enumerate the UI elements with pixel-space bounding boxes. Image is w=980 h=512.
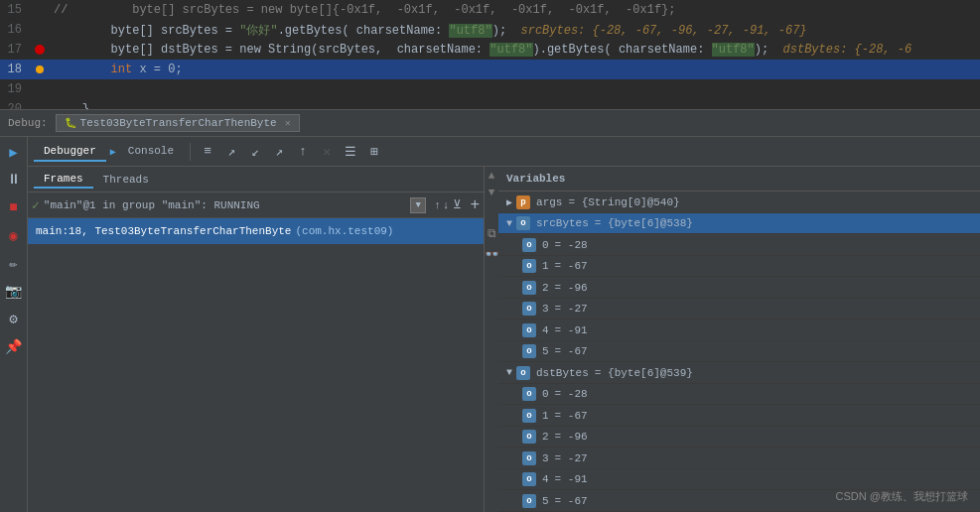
var-row-dst-4: o 4 = -91 bbox=[498, 469, 980, 491]
line-number-18: 18 bbox=[0, 63, 30, 76]
var-row-dstbytes: ▼ o dstBytes = {byte[6]@539} bbox=[498, 362, 980, 384]
sidebar-icon-mute[interactable]: ✏ bbox=[3, 252, 25, 274]
dst-0-name: 0 bbox=[542, 388, 549, 400]
var-row-args: ▶ p args = {String[0]@540} bbox=[498, 192, 980, 213]
dst-2-value: = -96 bbox=[555, 431, 588, 443]
toolbar-separator bbox=[190, 143, 191, 161]
code-content-17: byte[] dstBytes = new String(srcBytes, c… bbox=[50, 43, 980, 57]
thread-row: ✓ "main"@1 in group "main": RUNNING ▼ ↑ … bbox=[28, 192, 484, 218]
dst-1-icon: o bbox=[522, 409, 536, 423]
debugger-toolbar: Debugger ▶ Console ≡ ↗ ↙ ↗ ↑ ✕ ☰ ⊞ bbox=[28, 137, 980, 167]
sidebar-icon-settings[interactable]: ⚙ bbox=[3, 308, 25, 329]
dst-3-value: = -27 bbox=[555, 452, 588, 464]
tab-debugger[interactable]: Debugger bbox=[34, 142, 106, 162]
gutter-17 bbox=[30, 45, 50, 55]
copy-icon[interactable]: ⧉ bbox=[488, 227, 496, 241]
toolbar-btn-run-cursor[interactable]: ↑ bbox=[292, 141, 314, 163]
line-number-16: 16 bbox=[0, 23, 30, 37]
src-1-value: = -67 bbox=[555, 260, 588, 272]
variables-panel: Variables ▶ p args = {String[0]@540} ▼ o… bbox=[498, 167, 980, 512]
var-row-dst-0: o 0 = -28 bbox=[498, 384, 980, 406]
dst-1-value: = -67 bbox=[555, 410, 588, 422]
console-icon: ▶ bbox=[110, 146, 116, 158]
var-row-src-0: o 0 = -28 bbox=[498, 234, 980, 256]
src-4-name: 4 bbox=[542, 324, 549, 336]
toolbar-btn-watches[interactable]: ☰ bbox=[340, 141, 361, 163]
src-1-name: 1 bbox=[542, 260, 549, 272]
code-content-16: byte[] srcBytes = "你好".getBytes( charset… bbox=[50, 22, 980, 39]
dst-1-name: 1 bbox=[542, 410, 549, 422]
srcbytes-value: = {byte[6]@538} bbox=[595, 217, 693, 229]
dst-3-name: 3 bbox=[542, 452, 549, 464]
var-row-src-4: o 4 = -91 bbox=[498, 320, 980, 341]
src-4-icon: o bbox=[522, 323, 536, 337]
sub-tab-threads[interactable]: Threads bbox=[93, 172, 159, 188]
args-icon: p bbox=[516, 195, 530, 209]
frame-item[interactable]: main:18, Test03ByteTransferCharThenByte … bbox=[28, 218, 484, 244]
dst-4-icon: o bbox=[522, 472, 536, 486]
thread-dropdown[interactable]: ▼ bbox=[410, 197, 426, 213]
thread-filter-icon[interactable]: ⊻ bbox=[453, 197, 462, 212]
dstbytes-value: = {byte[6]@539} bbox=[595, 367, 693, 379]
srcbytes-name: srcBytes bbox=[536, 217, 589, 229]
code-content-15: // byte[] srcBytes = new byte[]{-0x1f, -… bbox=[50, 3, 980, 17]
variables-header: Variables bbox=[498, 167, 980, 192]
var-row-src-5: o 5 = -67 bbox=[498, 341, 980, 363]
sub-tabs: Frames Threads bbox=[28, 167, 484, 192]
dstbytes-triangle-icon[interactable]: ▼ bbox=[506, 367, 512, 378]
side-nav-up[interactable]: ▲ bbox=[489, 169, 495, 184]
sidebar-icon-resume[interactable]: ▶ bbox=[3, 141, 25, 163]
glasses-icon[interactable]: 👓 bbox=[485, 247, 499, 262]
sidebar-icon-pause[interactable]: ⏸ bbox=[3, 169, 25, 191]
thread-check-icon: ✓ bbox=[32, 197, 40, 213]
src-4-value: = -91 bbox=[555, 324, 588, 336]
sidebar-icon-camera[interactable]: 📷 bbox=[3, 280, 25, 302]
code-line-19: 19 bbox=[0, 79, 980, 99]
toolbar-btn-evaluate: ✕ bbox=[316, 141, 338, 163]
sidebar-icon-stop[interactable]: ■ bbox=[3, 196, 25, 218]
line-number-15: 15 bbox=[0, 3, 30, 17]
sidebar-icon-pin[interactable]: 📌 bbox=[3, 335, 25, 357]
debug-tab[interactable]: 🐛 Test03ByteTransferCharThenByte ✕ bbox=[56, 114, 300, 132]
debugger-main: Frames Threads ✓ "main"@1 in group "main… bbox=[28, 167, 980, 512]
toolbar-btn-step-into[interactable]: ↙ bbox=[244, 141, 266, 163]
side-nav-down[interactable]: ▼ bbox=[489, 186, 495, 200]
thread-down-icon[interactable]: ↓ bbox=[443, 199, 450, 211]
var-row-srcbytes: ▼ o srcBytes = {byte[6]@538} bbox=[498, 213, 980, 235]
args-triangle-icon[interactable]: ▶ bbox=[506, 196, 512, 208]
close-tab-icon[interactable]: ✕ bbox=[285, 117, 291, 129]
toolbar-btn-rerun[interactable]: ≡ bbox=[197, 141, 218, 163]
code-line-18: 18 int x = 0; bbox=[0, 60, 980, 79]
var-row-src-3: o 3 = -27 bbox=[498, 299, 980, 320]
dst-0-icon: o bbox=[522, 387, 536, 401]
toolbar-btn-restore[interactable]: ⊞ bbox=[363, 141, 385, 163]
dst-2-icon: o bbox=[522, 430, 536, 444]
src-3-name: 3 bbox=[542, 303, 549, 315]
thread-up-icon[interactable]: ↑ bbox=[434, 199, 441, 211]
dst-5-icon: o bbox=[522, 494, 536, 508]
args-name: args bbox=[536, 196, 562, 208]
toolbar-btn-step-out[interactable]: ↗ bbox=[268, 141, 290, 163]
dst-3-icon: o bbox=[522, 451, 536, 465]
src-2-value: = -96 bbox=[555, 282, 588, 294]
tab-console[interactable]: Console bbox=[118, 142, 184, 162]
thread-arrows: ↑ ↓ bbox=[434, 199, 449, 211]
src-0-icon: o bbox=[522, 238, 536, 252]
thread-plus-icon[interactable]: + bbox=[470, 196, 480, 214]
toolbar-btn-step-over[interactable]: ↗ bbox=[220, 141, 242, 163]
src-3-value: = -27 bbox=[555, 303, 588, 315]
src-5-name: 5 bbox=[542, 345, 549, 357]
left-sidebar: ▶ ⏸ ■ ◉ ✏ 📷 ⚙ 📌 bbox=[0, 137, 28, 512]
dst-4-name: 4 bbox=[542, 473, 549, 485]
src-0-name: 0 bbox=[542, 239, 549, 251]
code-line-16: 16 byte[] srcBytes = "你好".getBytes( char… bbox=[0, 20, 980, 40]
src-5-value: = -67 bbox=[555, 345, 588, 357]
frames-threads-panel: Frames Threads ✓ "main"@1 in group "main… bbox=[28, 167, 485, 512]
red-dot-icon[interactable] bbox=[35, 45, 45, 55]
srcbytes-triangle-icon[interactable]: ▼ bbox=[506, 218, 512, 229]
sidebar-icon-breakpoint[interactable]: ◉ bbox=[3, 224, 25, 246]
var-row-dst-2: o 2 = -96 bbox=[498, 427, 980, 448]
var-row-src-2: o 2 = -96 bbox=[498, 277, 980, 299]
debug-label: Debug: bbox=[8, 117, 48, 129]
sub-tab-frames[interactable]: Frames bbox=[34, 171, 93, 189]
